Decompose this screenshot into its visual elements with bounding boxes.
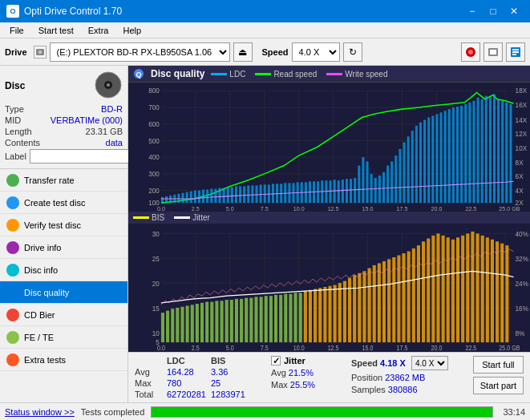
svg-rect-72 <box>202 190 204 204</box>
svg-text:25.0 GB: 25.0 GB <box>499 344 520 352</box>
svg-text:25: 25 <box>152 254 160 263</box>
toolbar-btn-3[interactable] <box>506 42 525 62</box>
sidebar-item-drive-info[interactable]: Drive info <box>0 236 127 259</box>
sidebar-item-extra-tests[interactable]: Extra tests <box>0 349 127 371</box>
svg-text:15.0: 15.0 <box>362 344 374 352</box>
svg-text:15.0: 15.0 <box>362 205 374 211</box>
chart-legend: LDC Read speed Write speed <box>211 70 387 79</box>
jitter-stats: ✓ Jitter Avg 21.5% Max 25.5% <box>271 356 335 390</box>
svg-rect-191 <box>186 305 189 342</box>
svg-rect-192 <box>191 305 194 342</box>
svg-rect-230 <box>378 263 381 342</box>
svg-rect-123 <box>411 131 414 203</box>
disc-info-icon <box>6 264 19 277</box>
svg-text:16%: 16% <box>516 303 528 312</box>
cd-bier-icon <box>6 309 19 321</box>
svg-rect-224 <box>348 277 351 341</box>
svg-text:14X: 14X <box>516 117 528 124</box>
svg-rect-115 <box>378 176 381 203</box>
svg-rect-193 <box>196 304 199 342</box>
legend-read-speed: Read speed <box>255 70 317 79</box>
sidebar-label-create-test-disc: Create test disc <box>24 198 85 208</box>
speed-select-stats[interactable]: 4.0 X <box>411 356 448 370</box>
disc-label-input[interactable] <box>30 149 136 164</box>
menu-extra[interactable]: Extra <box>82 24 115 37</box>
eject-button[interactable]: ⏏ <box>233 42 253 62</box>
svg-rect-188 <box>171 309 174 342</box>
svg-rect-69 <box>190 192 192 203</box>
svg-rect-147 <box>509 104 512 203</box>
sidebar-item-disc-quality[interactable]: Disc quality <box>0 281 127 304</box>
svg-rect-110 <box>358 166 360 204</box>
menu-file[interactable]: File <box>3 24 30 37</box>
start-full-button[interactable]: Start full <box>473 356 524 374</box>
svg-text:17.5: 17.5 <box>397 205 408 211</box>
svg-rect-245 <box>451 239 455 341</box>
svg-rect-141 <box>485 96 488 204</box>
sidebar-label-verify-test-disc: Verify test disc <box>24 220 81 230</box>
stats-total-label: Total <box>135 390 167 399</box>
svg-rect-80 <box>235 186 237 203</box>
stats-ldc-header: LDC <box>167 356 211 365</box>
svg-rect-253 <box>491 239 494 341</box>
speed-val: 4.18 X <box>380 358 406 368</box>
svg-rect-8 <box>512 51 519 53</box>
sidebar: Disc Type BD-R MID VERBATIMe (000) Leng <box>0 66 128 402</box>
sidebar-item-transfer-rate[interactable]: Transfer rate <box>0 169 127 192</box>
sidebar-item-disc-info[interactable]: Disc info <box>0 259 127 281</box>
drive-select[interactable]: (E:) PLEXTOR BD-R PX-LB950SA 1.06 <box>50 42 230 62</box>
svg-rect-242 <box>436 233 439 342</box>
svg-rect-107 <box>346 179 348 203</box>
svg-rect-228 <box>368 268 371 342</box>
svg-rect-132 <box>448 109 451 203</box>
maximize-button[interactable]: □ <box>483 3 503 19</box>
svg-rect-136 <box>464 104 467 203</box>
svg-text:2.5: 2.5 <box>192 205 200 211</box>
sidebar-item-verify-test-disc[interactable]: Verify test disc <box>0 214 127 236</box>
menu-start-test[interactable]: Start test <box>32 24 80 37</box>
svg-rect-238 <box>417 245 420 342</box>
sidebar-item-cd-bier[interactable]: CD Bier <box>0 304 127 326</box>
stats-avg-ldc: 164.28 <box>167 367 211 377</box>
svg-rect-240 <box>427 238 430 342</box>
svg-rect-75 <box>214 189 216 204</box>
svg-rect-246 <box>456 237 459 342</box>
legend-jitter: Jitter <box>174 213 210 222</box>
disc-mid-value: VERBATIMe (000) <box>51 115 123 125</box>
toolbar-btn-1[interactable] <box>461 42 480 62</box>
jitter-checkbox[interactable]: ✓ <box>271 356 281 365</box>
minimize-button[interactable]: − <box>463 3 482 19</box>
legend-bis-color <box>133 216 149 219</box>
svg-rect-187 <box>166 310 169 342</box>
svg-rect-247 <box>461 235 464 341</box>
svg-rect-134 <box>456 107 459 203</box>
svg-rect-84 <box>251 185 253 203</box>
svg-rect-190 <box>180 306 184 341</box>
svg-rect-217 <box>314 289 317 342</box>
svg-rect-89 <box>272 184 274 203</box>
svg-rect-219 <box>323 287 326 342</box>
svg-rect-125 <box>419 123 422 203</box>
svg-rect-68 <box>186 192 188 203</box>
disc-panel: Disc Type BD-R MID VERBATIMe (000) Leng <box>0 66 127 169</box>
sidebar-item-create-test-disc[interactable]: Create test disc <box>0 192 127 214</box>
app-icon: O <box>6 5 19 18</box>
svg-rect-113 <box>370 174 373 203</box>
sidebar-item-fe-te[interactable]: FE / TE <box>0 326 127 349</box>
sidebar-label-fe-te: FE / TE <box>24 333 54 342</box>
speed-select[interactable]: 4.0 X <box>292 42 340 62</box>
svg-rect-9 <box>512 54 516 55</box>
disc-title: Disc <box>5 80 25 91</box>
svg-rect-214 <box>299 293 302 342</box>
refresh-button[interactable]: ↻ <box>343 42 362 62</box>
close-button[interactable]: ✕ <box>504 3 524 19</box>
start-part-button[interactable]: Start part <box>473 377 524 394</box>
svg-rect-204 <box>249 297 253 342</box>
toolbar-btn-2[interactable] <box>483 42 503 62</box>
status-window-button[interactable]: Status window >> <box>5 407 75 417</box>
disc-mid-label: MID <box>5 115 21 125</box>
svg-rect-189 <box>176 307 179 341</box>
menu-help[interactable]: Help <box>116 24 148 37</box>
legend-write-speed: Write speed <box>326 70 387 79</box>
disc-type-value: BD-R <box>101 104 123 114</box>
